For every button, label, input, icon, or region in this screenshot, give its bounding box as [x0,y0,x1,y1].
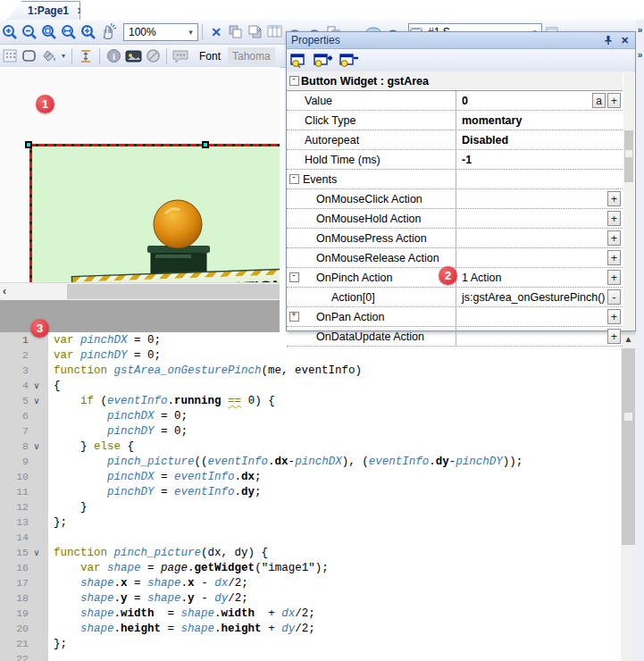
fold-toggle-icon[interactable]: ∨ [29,441,45,451]
fold-toggle-icon[interactable]: ∨ [29,381,45,390]
code-line[interactable] [54,652,621,661]
code-line[interactable]: var shape = page.getWidget("image1"); [54,561,621,576]
expander-collapse-icon[interactable]: - [289,174,299,184]
property-value[interactable]: momentary [456,114,623,127]
code-line[interactable]: pinchDX = 0; [54,409,621,424]
property-row[interactable]: AutorepeatDisabled [287,130,623,150]
code-line[interactable]: { [54,379,621,394]
code-line[interactable]: pinchDX = eventInfo.dx; [54,470,621,485]
expander-collapse-icon[interactable]: - [289,76,299,86]
property-row[interactable]: Click Typemomentary [287,111,623,130]
code-line[interactable]: shape.y = shape.y - dy/2; [54,591,621,607]
expander-expand-icon[interactable]: + [289,312,299,322]
zoom-page-icon[interactable] [39,23,59,41]
close-icon[interactable]: ✕ [618,34,631,46]
code-line[interactable]: shape.width = shape.width + dx/2; [54,607,621,622]
code-line[interactable]: var pinchDY = 0; [54,348,621,364]
editor-code[interactable]: var pinchDX = 0;var pinchDY = 0;function… [48,332,621,661]
property-value[interactable]: 1 Action [456,272,607,284]
page-background[interactable]: UNDER CONSTRUCTION [29,146,280,282]
code-line[interactable]: }; [54,637,621,652]
editor-vscrollbar[interactable]: ▲ [621,332,636,661]
selection-handle-topmid[interactable] [202,141,209,148]
property-row[interactable]: OnMouseRelease Action+ [287,248,623,268]
canvas-hscrollbar[interactable]: ‹ [0,282,280,300]
delete-icon[interactable]: ✕ [206,23,226,41]
selection-handle-topleft[interactable] [25,141,32,148]
code-line[interactable]: function pinch_picture(dx, dy) { [54,546,621,561]
property-value[interactable]: Disabled [456,134,623,146]
scroll-left-icon[interactable]: ‹ [3,285,6,297]
send-backward-icon[interactable] [246,23,265,41]
inspect-remove-icon[interactable] [339,54,359,68]
zoom-fit-icon[interactable] [59,23,79,41]
property-button-add[interactable]: + [607,191,621,206]
property-row[interactable]: -OnPinch Action1 Action+2 [287,268,623,288]
code-line[interactable]: } else { [54,439,621,455]
property-value[interactable]: -1 [456,154,623,166]
image-icon[interactable] [123,47,143,65]
bring-forward-icon[interactable] [226,23,246,41]
property-button-add[interactable]: + [607,250,621,265]
none-icon[interactable] [143,47,163,65]
zoom-out-icon[interactable] [20,23,39,41]
property-row[interactable]: Hold Time (ms)-1 [287,150,623,170]
fill-color-icon[interactable] [39,47,59,65]
vscroll-thumb[interactable] [622,348,635,545]
inspect-add-icon[interactable] [314,54,333,68]
toolbar-overflow-icon[interactable]: » [636,25,644,35]
property-row[interactable]: OnMouseClick Action+ [287,189,623,209]
tab-close-icon[interactable]: ✕ [77,5,85,17]
info-icon[interactable]: i [104,47,123,65]
property-row[interactable]: Value0a+ [287,91,623,111]
fold-toggle-icon[interactable]: ∨ [29,396,45,406]
fold-toggle-icon[interactable]: ∨ [29,548,45,557]
property-row[interactable]: +OnPan Action+ [287,307,623,327]
property-row[interactable]: -Events [287,170,623,189]
rounded-rect-icon[interactable] [20,47,39,65]
code-line[interactable]: } [54,500,621,515]
hscroll-thumb[interactable] [67,284,280,299]
property-button-add[interactable]: + [607,93,621,108]
property-button-add[interactable]: + [607,211,621,226]
property-row[interactable]: OnDataUpdate Action+ [287,327,623,347]
property-button-a[interactable]: a [592,93,606,108]
property-row[interactable]: OnMouseHold Action+ [287,209,623,229]
code-line[interactable]: }; [54,515,621,531]
property-button-add[interactable]: + [607,230,621,246]
properties-scrollbar[interactable] [623,71,634,330]
code-line[interactable] [54,531,621,546]
align-spacing-icon[interactable] [76,47,96,65]
property-button-add[interactable]: + [607,329,621,344]
script-editor[interactable]: 1234∨5∨678∨9101112131415∨16171819202122 … [0,332,644,661]
caret-down-icon[interactable]: ▾ [59,47,68,65]
under-construction-image[interactable]: UNDER CONSTRUCTION [65,190,280,282]
code-line[interactable]: shape.x = shape.x - dx/2; [54,576,621,591]
property-button-remove[interactable]: - [607,289,621,305]
code-line[interactable]: pinchDY = eventInfo.dy; [54,485,621,500]
grid-icon[interactable] [0,47,20,65]
code-line[interactable]: if (eventInfo.running == 0) { [54,394,621,409]
properties-titlebar[interactable]: Properties ✕ [287,32,635,49]
code-line[interactable]: shape.height = shape.height + dy/2; [54,622,621,637]
chevron-down-icon[interactable]: ▾ [184,28,197,37]
pin-icon[interactable] [601,34,615,46]
comment-icon[interactable] [171,47,190,65]
zoom-in-icon[interactable] [0,23,20,41]
property-button-add[interactable]: + [607,270,621,285]
scroll-up-icon[interactable]: ▲ [621,332,636,347]
zoom-selection-icon[interactable] [79,23,98,41]
zoom-level-combo[interactable]: 100% ▾ [123,23,198,41]
pan-hand-icon[interactable] [98,23,118,41]
property-row[interactable]: Action[0]js:gstArea_onGesturePinch()- [287,288,623,307]
property-row[interactable]: OnMousePress Action+ [287,229,623,248]
tab-page1[interactable]: 1:Page1 ✕ [7,1,80,20]
property-value[interactable]: js:gstArea_onGesturePinch() [456,291,607,304]
expander-collapse-icon[interactable]: - [289,272,299,282]
code-line[interactable]: pinch_picture((eventInfo.dx-pinchDX), (e… [54,455,621,470]
properties-header-row[interactable]: - Button Widget : gstArea [287,71,623,91]
inspect-window-icon[interactable] [290,54,307,68]
property-button-add[interactable]: + [607,309,621,324]
property-value[interactable]: 0 [456,95,592,107]
code-line[interactable]: pinchDY = 0; [54,424,621,439]
